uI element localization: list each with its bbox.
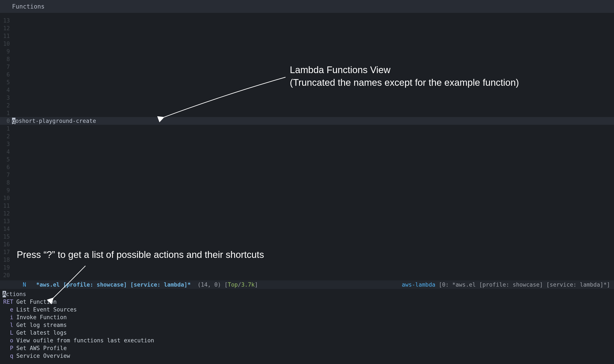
app-root: Functions 131211109876543210goshort-play… [0,0,614,364]
arrow-icon [0,0,614,364]
